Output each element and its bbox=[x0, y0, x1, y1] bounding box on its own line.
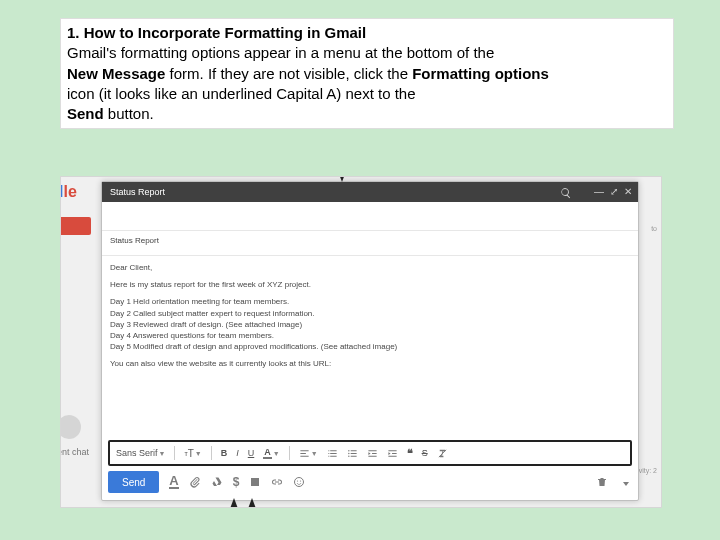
instruction-title: 1. How to Incorporate Formatting in Gmai… bbox=[67, 24, 366, 41]
avatar bbox=[60, 415, 81, 439]
message-body[interactable]: Dear Client, Here is my status report fo… bbox=[102, 256, 638, 376]
align-button[interactable]: ▼ bbox=[299, 448, 318, 459]
bold-button[interactable]: B bbox=[221, 448, 228, 458]
recent-chat-label: ent chat bbox=[60, 447, 89, 457]
formatting-options-icon[interactable]: A bbox=[169, 475, 178, 489]
insert-photo-icon[interactable] bbox=[249, 476, 261, 488]
emoji-icon[interactable] bbox=[293, 476, 305, 488]
compose-title: Status Report bbox=[110, 187, 165, 197]
underline-button[interactable]: U bbox=[248, 448, 255, 458]
indent-more-button[interactable] bbox=[387, 448, 398, 459]
remove-format-button[interactable] bbox=[437, 448, 448, 459]
compose-action-row: Send A $ bbox=[108, 470, 632, 494]
compose-header: Status Report — ⤢ ✕ bbox=[102, 182, 638, 202]
quote-button[interactable]: ❝ bbox=[407, 447, 413, 460]
expand-icon[interactable]: ⤢ bbox=[610, 182, 618, 202]
formatting-toolbar: Sans Serif▼ тT▼ B I U A▼ ▼ ❝ S bbox=[108, 440, 632, 466]
indent-less-button[interactable] bbox=[367, 448, 378, 459]
instruction-body: Gmail's formatting options appear in a m… bbox=[67, 43, 667, 124]
send-button[interactable]: Send bbox=[108, 471, 159, 493]
compose-window: Status Report — ⤢ ✕ Status Report Dear C… bbox=[101, 181, 639, 501]
attach-file-icon[interactable] bbox=[189, 476, 201, 488]
numbered-list-button[interactable] bbox=[327, 448, 338, 459]
svg-point-1 bbox=[348, 452, 349, 453]
text-color-button[interactable]: A▼ bbox=[263, 447, 279, 459]
close-icon[interactable]: ✕ bbox=[624, 182, 632, 202]
gmail-logo-fragment: lle bbox=[60, 183, 77, 201]
svg-point-3 bbox=[295, 478, 304, 487]
insert-link-icon[interactable] bbox=[271, 476, 283, 488]
more-options-icon[interactable] bbox=[620, 476, 632, 488]
bulleted-list-button[interactable] bbox=[347, 448, 358, 459]
strike-button[interactable]: S bbox=[422, 448, 428, 458]
font-family-dropdown[interactable]: Sans Serif▼ bbox=[116, 448, 165, 458]
side-text: to bbox=[651, 225, 657, 232]
pointer-arrow-bottom-1 bbox=[228, 498, 240, 508]
minimize-icon[interactable]: — bbox=[594, 182, 604, 202]
money-icon[interactable]: $ bbox=[233, 475, 240, 489]
gmail-screenshot: lle ent chat to activity: 2 Status Repor… bbox=[60, 176, 662, 508]
italic-button[interactable]: I bbox=[236, 448, 239, 458]
subject-field[interactable]: Status Report bbox=[102, 231, 638, 256]
trash-icon[interactable] bbox=[596, 476, 608, 488]
to-field[interactable] bbox=[102, 202, 638, 231]
instruction-box: 1. How to Incorporate Formatting in Gmai… bbox=[60, 18, 674, 129]
svg-point-0 bbox=[348, 450, 349, 451]
svg-point-2 bbox=[348, 455, 349, 456]
svg-point-5 bbox=[300, 480, 301, 481]
font-size-dropdown[interactable]: тT▼ bbox=[184, 448, 201, 459]
drive-icon[interactable] bbox=[211, 476, 223, 488]
search-icon[interactable] bbox=[560, 186, 572, 198]
compose-button[interactable] bbox=[60, 217, 91, 235]
pointer-arrow-bottom-2 bbox=[246, 498, 258, 508]
svg-point-4 bbox=[297, 480, 298, 481]
